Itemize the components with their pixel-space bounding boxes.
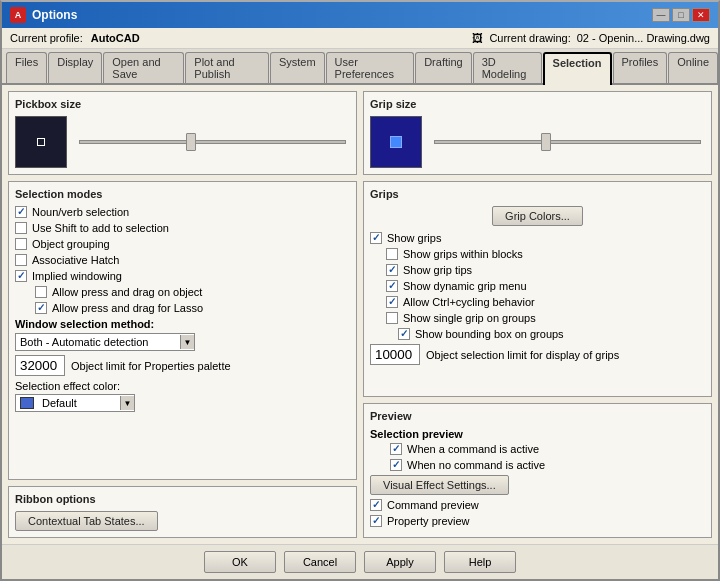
tab-display[interactable]: Display (48, 52, 102, 83)
grip-limit-input[interactable] (370, 344, 420, 365)
profile-value: AutoCAD (91, 32, 140, 44)
selection-mode-checkbox-5[interactable] (35, 286, 47, 298)
bottom-bar: OK Cancel Apply Help (2, 544, 718, 579)
command-preview-checkbox[interactable] (370, 499, 382, 511)
color-label: Default (42, 397, 77, 409)
selection-mode-row-1: Use Shift to add to selection (15, 222, 350, 234)
pickbox-slider-track[interactable] (79, 140, 346, 144)
pickbox-slider-container (75, 140, 350, 144)
close-button[interactable]: ✕ (692, 8, 710, 22)
tab-user-preferences[interactable]: User Preferences (326, 52, 415, 83)
left-panel: Pickbox size Selection modes Noun/verb s… (8, 91, 357, 538)
selection-mode-label-2: Object grouping (32, 238, 110, 250)
tab-plot-and-publish[interactable]: Plot and Publish (185, 52, 269, 83)
help-button[interactable]: Help (444, 551, 516, 573)
visual-effect-settings-button[interactable]: Visual Effect Settings... (370, 475, 509, 495)
tab-selection[interactable]: Selection (543, 52, 612, 85)
minimize-button[interactable]: — (652, 8, 670, 22)
command-preview-row: Command preview (370, 499, 705, 511)
selection-mode-label-0: Noun/verb selection (32, 206, 129, 218)
object-limit-label: Object limit for Properties palette (71, 360, 231, 372)
grip-checkbox-2[interactable] (386, 264, 398, 276)
property-preview-checkbox[interactable] (370, 515, 382, 527)
grip-colors-btn-row: Grip Colors... (370, 206, 705, 226)
grip-row-5: Show single grip on groups (370, 312, 705, 324)
preview-row-1: When no command is active (370, 459, 705, 471)
grip-slider-track[interactable] (434, 140, 701, 144)
cancel-button[interactable]: Cancel (284, 551, 356, 573)
grip-colors-button[interactable]: Grip Colors... (492, 206, 583, 226)
color-dropdown-arrow-icon: ▼ (120, 396, 134, 410)
preview-checkbox-0[interactable] (390, 443, 402, 455)
effect-color-label: Selection effect color: (15, 380, 350, 392)
grip-limit-label: Object selection limit for display of gr… (426, 349, 619, 361)
grip-checkbox-6[interactable] (398, 328, 410, 340)
grip-row-3: Show dynamic grip menu (370, 280, 705, 292)
grip-size-area (370, 116, 705, 168)
tab-3d-modeling[interactable]: 3D Modeling (473, 52, 542, 83)
selection-mode-checkbox-4[interactable] (15, 270, 27, 282)
object-limit-input[interactable] (15, 355, 65, 376)
grip-row-1: Show grips within blocks (370, 248, 705, 260)
selection-mode-label-5: Allow press and drag on object (52, 286, 202, 298)
grip-limit-row: Object selection limit for display of gr… (370, 344, 705, 365)
tab-drafting[interactable]: Drafting (415, 52, 472, 83)
grip-checkbox-3[interactable] (386, 280, 398, 292)
profile-bar: Current profile: AutoCAD 🖼 Current drawi… (2, 28, 718, 49)
grip-label-5: Show single grip on groups (403, 312, 536, 324)
selection-mode-checkbox-0[interactable] (15, 206, 27, 218)
grip-label-4: Allow Ctrl+cycling behavior (403, 296, 535, 308)
window-method-dropdown[interactable]: Both - Automatic detection ▼ (15, 333, 195, 351)
ribbon-section: Ribbon options Contextual Tab States... (8, 486, 357, 538)
maximize-button[interactable]: □ (672, 8, 690, 22)
title-bar-left: A Options (10, 7, 77, 23)
grip-preview (370, 116, 422, 168)
preview-label-1: When no command is active (407, 459, 545, 471)
selection-mode-checkbox-6[interactable] (35, 302, 47, 314)
ok-button[interactable]: OK (204, 551, 276, 573)
title-bar: A Options — □ ✕ (2, 2, 718, 28)
window-title: Options (32, 8, 77, 22)
selection-mode-label-1: Use Shift to add to selection (32, 222, 169, 234)
object-limit-row: Object limit for Properties palette (15, 355, 350, 376)
grip-slider-thumb[interactable] (541, 133, 551, 151)
profile-label: Current profile: (10, 32, 83, 44)
selection-mode-row-6: Allow press and drag for Lasso (15, 302, 350, 314)
tab-system[interactable]: System (270, 52, 325, 83)
grip-label-3: Show dynamic grip menu (403, 280, 527, 292)
pickbox-slider-thumb[interactable] (186, 133, 196, 151)
grip-size-title: Grip size (370, 98, 705, 110)
dropdown-arrow-icon: ▼ (180, 335, 194, 349)
grip-row-6: Show bounding box on groups (370, 328, 705, 340)
effect-color-dropdown[interactable]: Default ▼ (15, 394, 135, 412)
pickbox-area (15, 116, 350, 168)
selection-mode-row-0: Noun/verb selection (15, 206, 350, 218)
tabs-bar: FilesDisplayOpen and SavePlot and Publis… (2, 49, 718, 85)
drawing-icon: 🖼 (472, 32, 483, 44)
preview-checkbox-1[interactable] (390, 459, 402, 471)
selection-mode-checkbox-2[interactable] (15, 238, 27, 250)
preview-label-0: When a command is active (407, 443, 539, 455)
apply-button[interactable]: Apply (364, 551, 436, 573)
tab-online[interactable]: Online (668, 52, 718, 83)
window-method-value: Both - Automatic detection (20, 336, 148, 348)
tab-files[interactable]: Files (6, 52, 47, 83)
grip-checkbox-1[interactable] (386, 248, 398, 260)
grip-checkbox-0[interactable] (370, 232, 382, 244)
grip-checkbox-4[interactable] (386, 296, 398, 308)
tab-open-and-save[interactable]: Open and Save (103, 52, 184, 83)
preview-row-0: When a command is active (370, 443, 705, 455)
color-swatch-row: Default (20, 397, 77, 409)
contextual-tab-states-button[interactable]: Contextual Tab States... (15, 511, 158, 531)
selection-mode-checkbox-3[interactable] (15, 254, 27, 266)
content-area: Pickbox size Selection modes Noun/verb s… (2, 85, 718, 544)
grip-checkbox-5[interactable] (386, 312, 398, 324)
selection-mode-row-2: Object grouping (15, 238, 350, 250)
app-icon: A (10, 7, 26, 23)
selection-mode-checkbox-1[interactable] (15, 222, 27, 234)
selection-mode-label-4: Implied windowing (32, 270, 122, 282)
tab-profiles[interactable]: Profiles (613, 52, 668, 83)
options-dialog: A Options — □ ✕ Current profile: AutoCAD… (0, 0, 720, 581)
selection-mode-label-3: Associative Hatch (32, 254, 119, 266)
grip-row-2: Show grip tips (370, 264, 705, 276)
